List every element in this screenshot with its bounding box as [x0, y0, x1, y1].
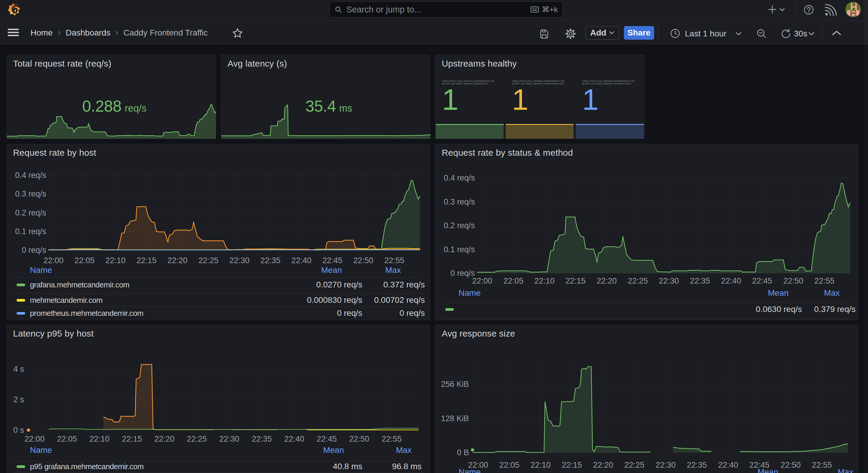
svg-text:22:00: 22:00: [25, 435, 45, 443]
svg-text:22:05: 22:05: [75, 256, 95, 265]
svg-text:22:20: 22:20: [593, 461, 613, 469]
svg-text:0.3 req/s: 0.3 req/s: [444, 197, 475, 206]
svg-text:22:10: 22:10: [531, 461, 551, 469]
svg-text:0.4 req/s: 0.4 req/s: [15, 171, 46, 180]
svg-text:22:05: 22:05: [503, 276, 524, 285]
svg-text:22:40: 22:40: [721, 276, 741, 285]
svg-text:22:55: 22:55: [381, 435, 402, 443]
svg-text:22:20: 22:20: [597, 276, 617, 285]
svg-text:0.1 req/s: 0.1 req/s: [15, 227, 46, 236]
svg-text:22:35: 22:35: [252, 435, 272, 443]
svg-text:22:15: 22:15: [562, 461, 582, 469]
svg-text:22:35: 22:35: [690, 276, 710, 285]
svg-text:256 KiB: 256 KiB: [441, 380, 469, 388]
svg-text:22:20: 22:20: [167, 256, 188, 265]
svg-text:22:40: 22:40: [718, 461, 738, 469]
svg-text:0.3 req/s: 0.3 req/s: [15, 190, 46, 198]
svg-text:22:30: 22:30: [219, 435, 239, 443]
svg-text:22:45: 22:45: [322, 256, 342, 265]
svg-text:22:40: 22:40: [291, 256, 312, 265]
svg-text:22:25: 22:25: [198, 256, 219, 265]
svg-text:22:00: 22:00: [43, 256, 64, 265]
svg-text:0 s: 0 s: [13, 426, 24, 435]
svg-text:22:45: 22:45: [317, 435, 337, 443]
svg-text:22:10: 22:10: [534, 276, 555, 285]
svg-text:22:55: 22:55: [384, 256, 404, 265]
svg-text:0 req/s: 0 req/s: [450, 269, 475, 278]
svg-text:22:25: 22:25: [187, 435, 207, 443]
svg-text:0.2 req/s: 0.2 req/s: [444, 221, 475, 230]
svg-text:22:30: 22:30: [659, 276, 679, 285]
svg-text:0 B: 0 B: [457, 448, 469, 457]
svg-text:22:40: 22:40: [284, 435, 305, 443]
svg-text:22:45: 22:45: [752, 276, 772, 285]
svg-text:22:10: 22:10: [105, 256, 126, 265]
svg-text:0.1 req/s: 0.1 req/s: [444, 245, 475, 254]
svg-text:4 s: 4 s: [13, 365, 24, 374]
svg-text:22:15: 22:15: [565, 276, 586, 285]
svg-text:22:25: 22:25: [628, 276, 648, 285]
svg-text:2 s: 2 s: [13, 395, 24, 404]
svg-text:22:15: 22:15: [136, 256, 157, 265]
svg-text:22:55: 22:55: [814, 276, 835, 285]
svg-text:128 KiB: 128 KiB: [441, 414, 469, 423]
svg-text:22:30: 22:30: [229, 256, 250, 265]
svg-text:22:35: 22:35: [260, 256, 281, 265]
svg-text:0 req/s: 0 req/s: [22, 246, 46, 255]
svg-text:22:00: 22:00: [472, 276, 492, 285]
svg-text:22:50: 22:50: [353, 256, 374, 265]
svg-text:22:05: 22:05: [57, 435, 77, 443]
svg-text:22:10: 22:10: [90, 435, 110, 443]
svg-text:22:15: 22:15: [122, 435, 142, 443]
svg-text:22:35: 22:35: [687, 461, 707, 469]
svg-text:22:25: 22:25: [624, 461, 645, 469]
svg-text:22:05: 22:05: [499, 461, 520, 469]
svg-text:0.4 req/s: 0.4 req/s: [444, 173, 475, 182]
svg-text:22:20: 22:20: [154, 435, 175, 443]
svg-text:22:50: 22:50: [349, 435, 369, 443]
svg-text:0.2 req/s: 0.2 req/s: [15, 208, 46, 217]
svg-text:22:30: 22:30: [656, 461, 676, 469]
svg-text:22:50: 22:50: [783, 276, 803, 285]
